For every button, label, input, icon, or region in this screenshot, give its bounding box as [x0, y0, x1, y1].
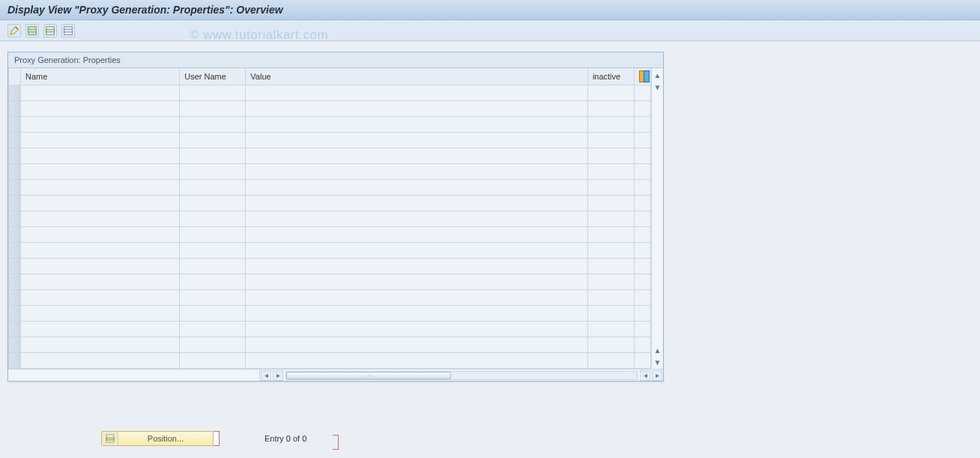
row-marker[interactable] — [9, 322, 21, 337]
cell-value[interactable] — [246, 133, 588, 148]
row-marker[interactable] — [9, 353, 21, 369]
cell-inactive[interactable] — [587, 85, 634, 101]
table-row[interactable] — [9, 117, 651, 133]
toggle-display-change-button[interactable] — [7, 24, 21, 37]
cell-name[interactable] — [21, 117, 180, 133]
row-marker[interactable] — [9, 211, 21, 227]
cell-user_name[interactable] — [180, 180, 246, 196]
cell-name[interactable] — [21, 148, 180, 164]
cell-inactive[interactable] — [587, 211, 634, 227]
row-marker[interactable] — [9, 164, 21, 180]
cell-value[interactable] — [246, 337, 588, 353]
cell-user_name[interactable] — [180, 85, 246, 101]
table-row[interactable] — [9, 322, 651, 337]
table-row[interactable] — [9, 337, 651, 353]
horizontal-scrollbar[interactable]: ◂ ▸ ··· ◂ ▸ — [8, 369, 663, 381]
select-all-button[interactable] — [25, 24, 39, 37]
cell-user_name[interactable] — [180, 322, 246, 337]
hscroll-track[interactable]: ··· — [285, 371, 638, 380]
cell-value[interactable] — [246, 227, 588, 243]
row-marker[interactable] — [9, 259, 21, 274]
cell-name[interactable] — [21, 322, 180, 337]
row-marker[interactable] — [9, 290, 21, 306]
table-row[interactable] — [9, 133, 651, 148]
row-marker[interactable] — [9, 337, 21, 353]
cell-inactive[interactable] — [587, 243, 634, 259]
row-marker[interactable] — [9, 133, 21, 148]
row-marker[interactable] — [9, 196, 21, 211]
cell-inactive[interactable] — [587, 274, 634, 290]
cell-user_name[interactable] — [180, 211, 246, 227]
cell-name[interactable] — [21, 306, 180, 322]
row-marker-header[interactable] — [9, 68, 21, 85]
row-marker[interactable] — [9, 180, 21, 196]
row-marker[interactable] — [9, 148, 21, 164]
cell-value[interactable] — [246, 211, 588, 227]
cell-inactive[interactable] — [587, 164, 634, 180]
cell-name[interactable] — [21, 290, 180, 306]
cell-name[interactable] — [21, 353, 180, 369]
scroll-page-down-button[interactable]: ▲ — [653, 345, 663, 355]
table-row[interactable] — [9, 274, 651, 290]
cell-inactive[interactable] — [587, 353, 634, 369]
cell-name[interactable] — [21, 211, 180, 227]
table-row[interactable] — [9, 180, 651, 196]
table-row[interactable] — [9, 101, 651, 117]
cell-value[interactable] — [246, 322, 588, 337]
cell-inactive[interactable] — [587, 117, 634, 133]
scroll-down-button[interactable]: ▼ — [653, 357, 663, 367]
cell-user_name[interactable] — [180, 133, 246, 148]
table-row[interactable] — [9, 196, 651, 211]
table-row[interactable] — [9, 243, 651, 259]
cell-user_name[interactable] — [180, 117, 246, 133]
table-row[interactable] — [9, 211, 651, 227]
cell-value[interactable] — [246, 85, 588, 101]
row-marker[interactable] — [9, 101, 21, 117]
cell-inactive[interactable] — [587, 337, 634, 353]
cell-name[interactable] — [21, 274, 180, 290]
cell-name[interactable] — [21, 259, 180, 274]
row-marker[interactable] — [9, 243, 21, 259]
table-row[interactable] — [9, 148, 651, 164]
cell-user_name[interactable] — [180, 337, 246, 353]
scroll-right-button[interactable]: ◂ — [640, 370, 650, 381]
row-marker[interactable] — [9, 85, 21, 101]
row-marker[interactable] — [9, 117, 21, 133]
scroll-first-button[interactable]: ◂ — [261, 370, 271, 381]
cell-name[interactable] — [21, 180, 180, 196]
cell-inactive[interactable] — [587, 290, 634, 306]
vertical-scrollbar[interactable]: ▲ ▼ ▲ ▼ — [651, 68, 663, 369]
cell-name[interactable] — [21, 85, 180, 101]
table-row[interactable] — [9, 290, 651, 306]
cell-user_name[interactable] — [180, 101, 246, 117]
cell-value[interactable] — [246, 101, 588, 117]
cell-name[interactable] — [21, 227, 180, 243]
scroll-left-button[interactable]: ▸ — [273, 370, 283, 381]
scroll-page-up-button[interactable]: ▼ — [653, 82, 663, 92]
cell-name[interactable] — [21, 164, 180, 180]
cell-user_name[interactable] — [180, 259, 246, 274]
cell-name[interactable] — [21, 133, 180, 148]
column-header-inactive[interactable]: inactive — [587, 68, 634, 85]
table-row[interactable] — [9, 353, 651, 369]
cell-inactive[interactable] — [587, 196, 634, 211]
scroll-last-button[interactable]: ▸ — [652, 370, 662, 381]
cell-user_name[interactable] — [180, 353, 246, 369]
cell-inactive[interactable] — [587, 306, 634, 322]
hscroll-thumb[interactable]: ··· — [286, 372, 451, 379]
cell-inactive[interactable] — [587, 259, 634, 274]
column-header-value[interactable]: Value — [246, 68, 588, 85]
cell-inactive[interactable] — [587, 101, 634, 117]
cell-value[interactable] — [246, 117, 588, 133]
cell-value[interactable] — [246, 180, 588, 196]
cell-user_name[interactable] — [180, 227, 246, 243]
column-header-user-name[interactable]: User Name — [180, 68, 246, 85]
row-marker[interactable] — [9, 227, 21, 243]
cell-inactive[interactable] — [587, 180, 634, 196]
table-row[interactable] — [9, 306, 651, 322]
cell-name[interactable] — [21, 196, 180, 211]
cell-name[interactable] — [21, 101, 180, 117]
column-header-name[interactable]: Name — [21, 68, 180, 85]
cell-value[interactable] — [246, 243, 588, 259]
cell-value[interactable] — [246, 274, 588, 290]
